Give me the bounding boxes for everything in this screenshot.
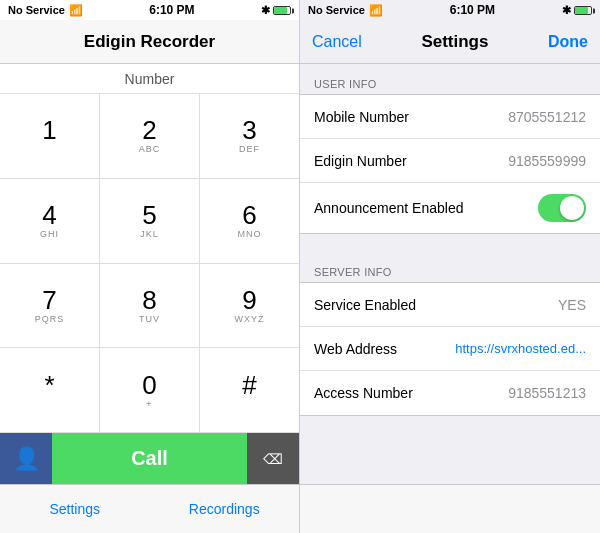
key-1[interactable]: 1 [0, 94, 100, 178]
web-address-value: https://svrxhosted.ed... [455, 341, 586, 356]
dialpad-row-3: 7 PQRS 8 TUV 9 WXYZ [0, 264, 299, 349]
web-address-label: Web Address [314, 341, 397, 357]
wifi-icon: 📶 [69, 4, 83, 17]
key-3[interactable]: 3 DEF [200, 94, 299, 178]
battery-icon [273, 4, 291, 16]
key-0[interactable]: 0 + [100, 348, 200, 432]
key-6[interactable]: 6 MNO [200, 179, 299, 263]
service-enabled-label: Service Enabled [314, 297, 416, 313]
right-status-right: ✱ [562, 4, 592, 17]
right-battery-icon [574, 4, 592, 16]
dialpad-row-4: * 0 + # [0, 348, 299, 432]
server-info-group: Service Enabled YES Web Address https://… [300, 282, 600, 416]
bluetooth-icon: ✱ [261, 4, 270, 17]
right-no-service-label: No Service [308, 4, 365, 16]
left-panel: No Service 📶 6:10 PM ✱ Edigin Recorder N… [0, 0, 300, 533]
key-4[interactable]: 4 GHI [0, 179, 100, 263]
tab-settings[interactable]: Settings [0, 501, 150, 517]
bottom-action-bar: 👤 Call ⌫ [0, 432, 299, 484]
right-tab-bar [300, 484, 600, 533]
announcement-toggle[interactable] [538, 194, 586, 222]
edigin-number-value: 9185559999 [508, 153, 586, 169]
contact-icon: 👤 [13, 446, 40, 472]
section-gap-2 [300, 416, 600, 434]
done-button[interactable]: Done [548, 33, 588, 51]
mobile-number-label: Mobile Number [314, 109, 409, 125]
toggle-thumb [560, 196, 584, 220]
delete-icon: ⌫ [263, 451, 283, 467]
announcement-enabled-label: Announcement Enabled [314, 200, 463, 216]
right-wifi-icon: 📶 [369, 4, 383, 17]
tab-recordings[interactable]: Recordings [150, 501, 300, 517]
key-9[interactable]: 9 WXYZ [200, 264, 299, 348]
edigin-number-label: Edigin Number [314, 153, 407, 169]
dialpad-row-1: 1 2 ABC 3 DEF [0, 94, 299, 179]
app-title: Edigin Recorder [84, 32, 215, 52]
web-address-row: Web Address https://svrxhosted.ed... [300, 327, 600, 371]
app-header: Edigin Recorder [0, 20, 299, 64]
key-hash[interactable]: # [200, 348, 299, 432]
delete-button[interactable]: ⌫ [247, 433, 299, 485]
key-7[interactable]: 7 PQRS [0, 264, 100, 348]
service-enabled-row: Service Enabled YES [300, 283, 600, 327]
left-status-bar: No Service 📶 6:10 PM ✱ [0, 0, 299, 20]
call-label: Call [131, 447, 168, 470]
contacts-button[interactable]: 👤 [0, 433, 52, 485]
access-number-row: Access Number 9185551213 [300, 371, 600, 415]
user-info-section-header: USER INFO [300, 64, 600, 94]
settings-header: Cancel Settings Done [300, 20, 600, 64]
settings-body: USER INFO Mobile Number 8705551212 Edigi… [300, 64, 600, 484]
left-tab-bar: Settings Recordings [0, 484, 299, 533]
section-gap-3 [300, 434, 600, 452]
right-status-bar: No Service 📶 6:10 PM ✱ [300, 0, 600, 20]
right-status-left: No Service 📶 [308, 4, 383, 17]
no-service-label: No Service [8, 4, 65, 16]
access-number-label: Access Number [314, 385, 413, 401]
access-number-value: 9185551213 [508, 385, 586, 401]
right-bluetooth-icon: ✱ [562, 4, 571, 17]
dialpad: 1 2 ABC 3 DEF 4 GHI 5 JKL 6 MN [0, 94, 299, 432]
user-info-group: Mobile Number 8705551212 Edigin Number 9… [300, 94, 600, 234]
section-gap-1 [300, 234, 600, 252]
number-section-label: Number [0, 64, 299, 94]
announcement-enabled-row: Announcement Enabled [300, 183, 600, 233]
settings-title: Settings [421, 32, 488, 52]
key-star[interactable]: * [0, 348, 100, 432]
call-button[interactable]: Call [52, 433, 247, 485]
right-panel: No Service 📶 6:10 PM ✱ Cancel Settings D… [300, 0, 600, 533]
mobile-number-value: 8705551212 [508, 109, 586, 125]
left-time: 6:10 PM [149, 3, 194, 17]
service-enabled-value: YES [558, 297, 586, 313]
key-8[interactable]: 8 TUV [100, 264, 200, 348]
cancel-button[interactable]: Cancel [312, 33, 362, 51]
dialpad-row-2: 4 GHI 5 JKL 6 MNO [0, 179, 299, 264]
mobile-number-row: Mobile Number 8705551212 [300, 95, 600, 139]
right-time: 6:10 PM [450, 3, 495, 17]
left-status-left: No Service 📶 [8, 4, 83, 17]
left-status-right: ✱ [261, 4, 291, 17]
key-5[interactable]: 5 JKL [100, 179, 200, 263]
edigin-number-row: Edigin Number 9185559999 [300, 139, 600, 183]
key-2[interactable]: 2 ABC [100, 94, 200, 178]
server-info-section-header: SERVER INFO [300, 252, 600, 282]
